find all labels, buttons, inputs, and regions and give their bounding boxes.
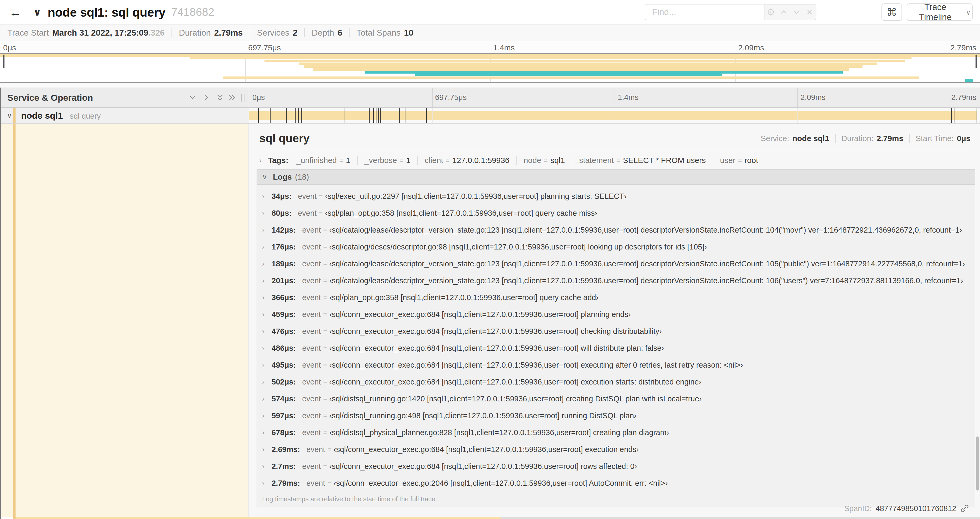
gridline xyxy=(615,88,615,107)
span-detail-panel: sql query Service: node sql1 Duration: 2… xyxy=(249,124,980,517)
tag-item[interactable]: client=127.0.0.1:59936 xyxy=(425,156,509,165)
log-row[interactable]: ›2.69ms:event=‹sql/conn_executor_exec.go… xyxy=(257,441,975,458)
view-selector-button[interactable]: Trace Timeline ∨ xyxy=(907,3,973,21)
log-field-value: ‹sql/conn_executor_exec.go:2046 [nsql1,c… xyxy=(334,479,668,488)
log-marker-tick xyxy=(286,109,287,123)
tag-item[interactable]: user=root xyxy=(720,156,758,165)
log-row[interactable]: ›34μs:event=‹sql/exec_util.go:2297 [nsql… xyxy=(257,188,975,204)
log-row[interactable]: ›574μs:event=‹sql/distsql_running.go:142… xyxy=(257,390,975,407)
log-row[interactable]: ›678μs:event=‹sql/distsql_physical_plann… xyxy=(257,424,975,441)
back-button[interactable]: ← xyxy=(7,4,24,21)
collapse-all-icon[interactable] xyxy=(215,93,225,102)
services-label: Services xyxy=(257,28,290,38)
log-row[interactable]: ›2.7ms:event=‹sql/conn_executor_exec.go:… xyxy=(257,458,975,475)
link-icon[interactable] xyxy=(960,504,969,513)
span-row[interactable]: ∨ node sql1sql query xyxy=(0,108,980,124)
span-bar-wrap xyxy=(249,108,977,123)
log-field-key: event xyxy=(302,394,321,403)
log-row[interactable]: ›176μs:event=‹sql/catalog/descs/descript… xyxy=(257,238,975,255)
log-row[interactable]: ›366μs:event=‹sql/plan_opt.go:358 [nsql1… xyxy=(257,289,975,306)
chevron-right-icon: › xyxy=(262,311,272,318)
log-field-key: event xyxy=(302,276,321,285)
tag-item[interactable]: statement=SELECT * FROM users xyxy=(579,156,706,165)
log-field-key: event xyxy=(302,226,321,235)
minimap-right-scrubber[interactable] xyxy=(975,54,977,68)
minimap-gap xyxy=(0,83,980,88)
next-match-icon[interactable] xyxy=(792,7,802,17)
service-color-strip xyxy=(13,108,16,123)
minimap-left-scrubber[interactable] xyxy=(3,54,5,68)
collapse-one-icon[interactable] xyxy=(188,93,197,102)
chevron-right-icon: › xyxy=(262,378,272,386)
ruler-tick-label: 2.09ms xyxy=(738,43,764,52)
log-field-key: event xyxy=(302,344,321,353)
log-row[interactable]: ›495μs:event=‹sql/conn_executor_exec.go:… xyxy=(257,356,975,374)
log-field-value: ‹sql/conn_executor_exec.go:684 [nsql1,cl… xyxy=(329,462,637,471)
log-marker-tick xyxy=(258,109,259,123)
gridline xyxy=(432,88,433,107)
find-input[interactable] xyxy=(645,5,764,20)
log-field-value: ‹sql/catalog/descs/descriptor.go:98 [nsq… xyxy=(329,243,707,251)
tag-item[interactable]: _verbose=1 xyxy=(364,156,411,165)
log-field-value: ‹sql/conn_executor_exec.go:684 [nsql1,cl… xyxy=(329,378,701,386)
command-icon: ⌘ xyxy=(886,6,897,18)
divider xyxy=(349,28,350,37)
tag-item[interactable]: _unfinished=1 xyxy=(296,156,350,165)
log-field-equals: = xyxy=(323,361,327,369)
trace-id: 7418682 xyxy=(171,6,215,18)
chevron-right-icon: › xyxy=(262,446,272,454)
keyboard-shortcuts-button[interactable]: ⌘ xyxy=(881,3,902,21)
clear-find-icon[interactable] xyxy=(805,7,814,17)
logs-accordion-header[interactable]: ∨ Logs (18) xyxy=(257,169,975,185)
collapse-trace-icon[interactable]: ∨ xyxy=(33,6,41,18)
chevron-right-icon: › xyxy=(262,193,272,200)
log-field-equals: = xyxy=(323,260,327,267)
duration-label: Duration xyxy=(179,28,211,38)
next-span-bar-sliver xyxy=(16,517,501,519)
log-row[interactable]: ›189μs:event=‹sql/catalog/lease/descript… xyxy=(257,255,975,272)
ruler-tick-label: 0μs xyxy=(252,93,265,102)
span-timeline-cell[interactable] xyxy=(249,108,980,123)
log-row[interactable]: ›459μs:event=‹sql/conn_executor_exec.go:… xyxy=(257,306,975,323)
span-collapse-icon[interactable]: ∨ xyxy=(7,111,12,120)
log-row[interactable]: ›597μs:event=‹sql/distsql_running.go:498… xyxy=(257,407,975,424)
log-field-value: ‹sql/exec_util.go:2297 [nsql1,client=127… xyxy=(325,192,627,201)
log-row[interactable]: ›142μs:event=‹sql/catalog/lease/descript… xyxy=(257,222,975,238)
chevron-right-icon: › xyxy=(262,243,272,251)
log-field-key: event xyxy=(298,192,317,201)
span-duration-bar[interactable] xyxy=(249,111,977,120)
log-field-value: ‹sql/plan_opt.go:358 [nsql1,client=127.0… xyxy=(325,209,597,217)
chevron-right-icon: › xyxy=(262,361,272,369)
prev-match-icon[interactable] xyxy=(779,7,789,17)
scope-icon[interactable] xyxy=(766,7,776,17)
chevron-right-icon: › xyxy=(262,395,272,403)
log-marker-tick xyxy=(977,109,977,123)
log-row[interactable]: ›502μs:event=‹sql/conn_executor_exec.go:… xyxy=(257,374,975,390)
column-resizer-grip[interactable] xyxy=(241,94,245,102)
divider xyxy=(417,156,418,165)
expand-one-icon[interactable] xyxy=(201,93,211,102)
minimap-canvas[interactable] xyxy=(0,53,980,83)
total-spans-label: Total Spans xyxy=(356,28,401,38)
total-spans-value: 10 xyxy=(404,28,413,38)
timeline-grid-header: Service & Operation 0μs697.75μs1.4ms2.09… xyxy=(0,88,980,108)
span-name-cell[interactable]: ∨ node sql1sql query xyxy=(0,108,249,123)
gridline xyxy=(797,108,798,123)
trace-minimap: 0μs697.75μs1.4ms2.09ms2.79ms xyxy=(0,42,980,83)
tags-accordion[interactable]: › Tags: _unfinished=1_verbose=1client=12… xyxy=(259,155,970,166)
timeline-ruler[interactable]: 0μs697.75μs1.4ms2.09ms2.79ms xyxy=(249,88,980,107)
log-field-value: ‹sql/plan_opt.go:358 [nsql1,client=127.0… xyxy=(329,293,598,302)
log-marker-tick xyxy=(270,109,270,123)
tag-item[interactable]: node=sql1 xyxy=(524,156,565,165)
vertical-scrollbar[interactable] xyxy=(976,436,979,490)
log-field-key: event xyxy=(302,411,321,420)
gridline xyxy=(432,108,433,123)
log-row[interactable]: ›476μs:event=‹sql/conn_executor_exec.go:… xyxy=(257,323,975,340)
expand-all-icon[interactable] xyxy=(227,93,237,102)
log-row[interactable]: ›486μs:event=‹sql/conn_executor_exec.go:… xyxy=(257,340,975,356)
log-row[interactable]: ›80μs:event=‹sql/plan_opt.go:358 [nsql1,… xyxy=(257,204,975,222)
log-row[interactable]: ›2.79ms:event=‹sql/conn_executor_exec.go… xyxy=(257,475,975,492)
log-row[interactable]: ›201μs:event=‹sql/catalog/lease/descript… xyxy=(257,272,975,289)
tag-equals: = xyxy=(544,156,548,164)
tag-equals: = xyxy=(399,156,404,164)
